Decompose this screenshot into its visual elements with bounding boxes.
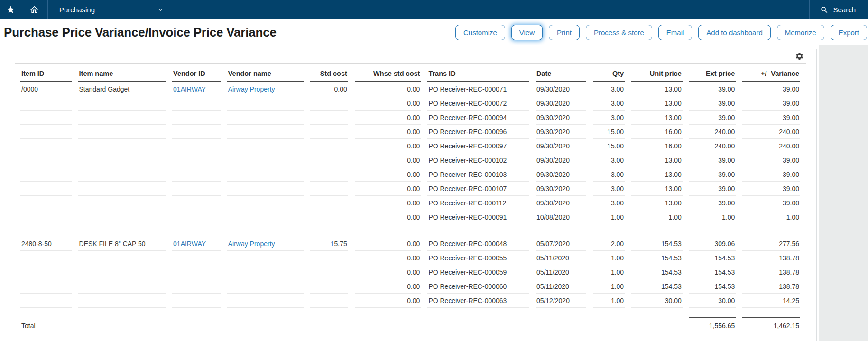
table-row: 0.00PO Receiver-REC-00010709/30/20203.00… (20, 182, 800, 196)
memorize-button[interactable]: Memorize (777, 25, 824, 40)
settings-button[interactable] (794, 51, 805, 62)
table-row: 2480-8-50DESK FILE 8" CAP 5001AIRWAYAirw… (20, 237, 800, 251)
cell-trans-id: PO Receiver-REC-000063 (427, 294, 528, 308)
home-button[interactable] (21, 0, 47, 19)
vendor-name-link (227, 294, 304, 308)
cell-trans-id: PO Receiver-REC-000112 (427, 196, 528, 210)
cell-item-id (20, 294, 72, 308)
cell-date: 09/30/2020 (536, 153, 586, 167)
cell-std-cost: 0.00 (310, 82, 348, 96)
add-to-dashboard-button[interactable]: Add to dashboard (698, 25, 770, 40)
gap-cell (310, 224, 348, 237)
empty-cell (172, 318, 221, 333)
gap-cell (593, 224, 625, 237)
cell-whse-std-cost: 0.00 (355, 265, 421, 279)
cell-date: 05/12/2020 (536, 294, 586, 308)
total-variance: 1,462.15 (742, 318, 800, 333)
favorites-button[interactable] (0, 0, 21, 19)
cell-ext-price: 154.53 (689, 251, 736, 265)
col-header-ext-price: Ext price (689, 64, 736, 82)
cell-item-name: DESK FILE 8" CAP 50 (78, 237, 166, 251)
cell-qty: 3.00 (593, 153, 625, 167)
cell-qty: 3.00 (593, 182, 625, 196)
cell-variance: 39.00 (742, 82, 800, 96)
cell-variance: 39.00 (742, 96, 800, 111)
vendor-id-link (172, 153, 221, 167)
table-row: 0.00PO Receiver-REC-00009110/08/20201.00… (20, 210, 800, 224)
cell-item-name: Standard Gadget (78, 82, 166, 96)
vendor-id-link (172, 125, 221, 139)
table-row: 0.00PO Receiver-REC-00011209/30/20203.00… (20, 196, 800, 210)
cell-unit-price: 13.00 (631, 153, 683, 167)
cell-trans-id: PO Receiver-REC-000094 (427, 111, 528, 125)
chevron-down-icon (157, 7, 164, 13)
gap-cell (172, 224, 221, 237)
vendor-id-link (172, 251, 221, 265)
cell-ext-price: 39.00 (689, 167, 736, 182)
vendor-id-link[interactable]: 01AIRWAY (172, 82, 221, 96)
cell-ext-price: 39.00 (689, 111, 736, 125)
cell-ext-price: 39.00 (689, 182, 736, 196)
cell-item-id (20, 111, 72, 125)
col-header-vendor-id: Vendor ID (172, 64, 221, 82)
cell-std-cost (310, 153, 348, 167)
top-nav-bar: Purchasing Search (0, 0, 868, 19)
page-background-gutter (819, 45, 868, 341)
vendor-name-link (227, 182, 304, 196)
cell-trans-id: PO Receiver-REC-000097 (427, 139, 528, 153)
cell-ext-price: 154.53 (689, 279, 736, 294)
cell-item-name (78, 153, 166, 167)
vendor-name-link[interactable]: Airway Property (227, 82, 304, 96)
cell-date: 09/30/2020 (536, 182, 586, 196)
table-row: 0.00PO Receiver-REC-00009709/30/202015.0… (20, 139, 800, 153)
cell-item-name (78, 279, 166, 294)
cell-qty: 1.00 (593, 251, 625, 265)
cell-whse-std-cost: 0.00 (355, 139, 421, 153)
process-and-store-button[interactable]: Process & store (586, 25, 652, 40)
cell-trans-id: PO Receiver-REC-000060 (427, 279, 528, 294)
cell-ext-price: 30.00 (689, 294, 736, 308)
vendor-name-link[interactable]: Airway Property (227, 237, 304, 251)
application-menu-purchasing[interactable]: Purchasing (48, 0, 172, 19)
cell-item-name (78, 196, 166, 210)
vendor-name-link (227, 125, 304, 139)
cell-whse-std-cost: 0.00 (355, 82, 421, 96)
vendor-id-link (172, 96, 221, 111)
email-button[interactable]: Email (658, 25, 693, 40)
separator-cell (427, 308, 528, 318)
cell-whse-std-cost: 0.00 (355, 196, 421, 210)
customize-button[interactable]: Customize (455, 25, 505, 40)
empty-cell (427, 318, 528, 333)
cell-qty: 3.00 (593, 82, 625, 96)
empty-cell (536, 318, 586, 333)
cell-item-id (20, 96, 72, 111)
vendor-id-link (172, 111, 221, 125)
vendor-id-link (172, 265, 221, 279)
cell-variance: 39.00 (742, 196, 800, 210)
cell-whse-std-cost: 0.00 (355, 279, 421, 294)
content-area: Item ID Item name Vendor ID Vendor name … (0, 45, 868, 341)
cell-ext-price: 39.00 (689, 153, 736, 167)
cell-variance: 1.00 (742, 210, 800, 224)
print-button[interactable]: Print (549, 25, 580, 40)
cell-variance: 14.25 (742, 294, 800, 308)
view-button[interactable]: View (511, 25, 543, 40)
cell-qty: 1.00 (593, 279, 625, 294)
cell-std-cost (310, 125, 348, 139)
cell-date: 09/30/2020 (536, 125, 586, 139)
vendor-id-link (172, 294, 221, 308)
cell-date: 09/30/2020 (536, 82, 586, 96)
cell-item-name (78, 125, 166, 139)
cell-item-name (78, 96, 166, 111)
cell-trans-id: PO Receiver-REC-000072 (427, 96, 528, 111)
cell-ext-price: 1.00 (689, 210, 736, 224)
vendor-id-link[interactable]: 01AIRWAY (172, 237, 221, 251)
search-button[interactable]: Search (810, 0, 868, 19)
export-button[interactable]: Export (831, 25, 867, 40)
cell-item-id (20, 196, 72, 210)
vendor-id-link (172, 279, 221, 294)
col-header-qty: Qty (593, 64, 625, 82)
cell-variance: 39.00 (742, 182, 800, 196)
cell-unit-price: 13.00 (631, 111, 683, 125)
cell-unit-price: 154.53 (631, 237, 683, 251)
